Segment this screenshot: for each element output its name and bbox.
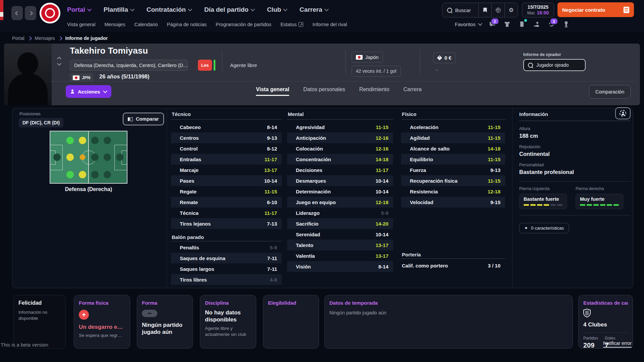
traits-button[interactable]: ✦ 0 características xyxy=(519,223,569,233)
breadcrumb-portal[interactable]: Portal xyxy=(12,36,24,41)
tab[interactable]: Rendimiento xyxy=(359,86,389,96)
breadcrumb-messages[interactable]: Mensajes xyxy=(35,36,55,41)
season-data-card[interactable]: Datos de temporada Ningún partido jugado… xyxy=(324,295,573,349)
attribute-row[interactable]: Determinación 10-14 xyxy=(287,186,393,197)
attribute-row[interactable]: Agilidad 11-15 xyxy=(401,132,505,143)
game-day-time: Mar. 16:00 xyxy=(522,10,554,15)
attribute-row[interactable]: Penaltis 5-9 xyxy=(171,242,282,253)
attribute-row[interactable]: Cabeceo 8-14 xyxy=(171,122,282,132)
global-search[interactable]: Buscar ⚙ xyxy=(442,3,518,17)
sub-nav-item[interactable]: Estatus xyxy=(280,22,303,27)
attribute-row[interactable]: Tiros lejanos 7-13 xyxy=(171,218,282,229)
main-nav-item[interactable]: Portal xyxy=(67,6,91,13)
scouted-player-search[interactable]: Jugador ojeado xyxy=(523,59,586,71)
game-clock[interactable]: 15/7/2025 Mar. 16:00 xyxy=(522,3,554,17)
attribute-row[interactable]: Recuperación física 11-15 xyxy=(401,175,505,186)
attribute-row[interactable]: Visión 8-14 xyxy=(287,261,393,272)
attribute-row[interactable]: Anticipación 12-16 xyxy=(287,132,393,143)
main-nav-item[interactable]: Club xyxy=(267,6,287,13)
sub-nav-item[interactable]: Mensajes xyxy=(104,22,125,27)
attribute-row[interactable]: Aceleración 11-15 xyxy=(401,122,505,132)
attribute-row[interactable]: Equilibrio 11-15 xyxy=(401,154,505,165)
attribute-row[interactable]: Resistencia 12-18 xyxy=(401,186,505,197)
attribute-row[interactable]: Centros 9-13 xyxy=(171,132,282,143)
world-button[interactable] xyxy=(492,3,504,17)
sub-nav-item[interactable]: Informe del rival xyxy=(312,22,347,27)
attribute-row[interactable]: Entradas 11-17 xyxy=(171,154,282,165)
transfers-shortcut[interactable]: 3 xyxy=(547,20,555,28)
strength-segment xyxy=(524,204,529,206)
strength-segment xyxy=(550,204,556,206)
form-card[interactable]: Forma Ningún partido jugado aún xyxy=(137,295,193,349)
international-record-chip[interactable]: 42 veces int. / 1 gol xyxy=(352,66,401,77)
attribute-row[interactable]: Decisiones 11-17 xyxy=(287,165,393,175)
sub-nav-item[interactable]: Vista general xyxy=(67,22,95,27)
squad-shortcut[interactable] xyxy=(503,20,511,28)
goalkeeping-header: Portería xyxy=(401,251,505,259)
fitness-card[interactable]: Forma física + Un desgarro e… Se espera … xyxy=(74,295,130,349)
compare-button[interactable]: Comparar xyxy=(123,113,164,125)
tab[interactable]: Datos personales xyxy=(303,86,345,96)
scout-report-button[interactable] xyxy=(615,107,631,119)
attribute-row[interactable]: Serenidad 10-14 xyxy=(287,229,393,240)
favorites-dropdown[interactable]: Favoritos xyxy=(455,21,482,27)
sub-nav-item[interactable]: Calendario xyxy=(134,22,158,27)
scouting-shortcut[interactable] xyxy=(533,20,541,28)
attribute-row[interactable]: Concentración 14-18 xyxy=(287,154,393,165)
sub-nav-item[interactable]: Página de noticias xyxy=(167,22,207,27)
actions-button[interactable]: Acciones xyxy=(66,85,111,98)
main-nav-item[interactable]: Día del partido xyxy=(204,6,254,13)
eligibility-card[interactable]: Elegibilidad xyxy=(263,295,319,349)
negotiate-contract-button[interactable]: Negociar contrato xyxy=(557,2,634,17)
attribute-row[interactable]: Fuerza 9-13 xyxy=(401,165,505,175)
tab[interactable]: Carrera xyxy=(404,86,422,96)
attribute-row[interactable]: Juego en equipo 12-18 xyxy=(287,197,393,207)
attribute-row[interactable]: Agresividad 11-15 xyxy=(287,122,393,132)
attribute-row[interactable]: Pases 10-14 xyxy=(171,175,282,186)
competitions-shortcut[interactable] xyxy=(562,20,570,28)
left-foot-chip: Bastante fuerte xyxy=(519,194,567,209)
player-cycle-buttons[interactable] xyxy=(58,56,61,65)
messages-shortcut[interactable]: 2 xyxy=(488,20,496,28)
national-team-chip[interactable]: Japón xyxy=(352,52,383,63)
tab[interactable]: Vista general xyxy=(256,86,289,96)
japan-flag-icon xyxy=(73,75,79,80)
transfer-value-chip[interactable]: 0 € xyxy=(433,52,456,63)
main-nav-item[interactable]: Carrera xyxy=(300,6,328,13)
main-nav-item[interactable]: Plantilla xyxy=(104,6,134,13)
attribute-row[interactable]: Talento 13-17 xyxy=(287,240,393,250)
back-button[interactable] xyxy=(11,6,23,20)
report-error-link[interactable]: Notificar error xyxy=(603,341,632,348)
discipline-card[interactable]: Disciplina No hay datos disponibles Agen… xyxy=(200,295,256,349)
attribute-row[interactable]: Saques de esquina 7-11 xyxy=(171,253,282,263)
attribute-row[interactable]: Control 8-12 xyxy=(171,143,282,154)
main-nav-item[interactable]: Contratación xyxy=(147,6,192,13)
bookmarks-button[interactable] xyxy=(479,3,491,17)
attribute-row[interactable]: Desmarques 10-14 xyxy=(287,175,393,186)
search-input[interactable]: Buscar xyxy=(442,7,478,13)
sub-nav-item[interactable]: Programación de partidos xyxy=(216,22,271,27)
club-crest[interactable] xyxy=(40,3,60,23)
attribute-row[interactable]: Técnica 11-17 xyxy=(171,207,282,218)
attribute-row[interactable]: Regate 11-15 xyxy=(171,186,282,197)
attribute-row[interactable]: Remate 6-10 xyxy=(171,197,282,207)
attribute-row[interactable]: Sacrificio 14-20 xyxy=(287,218,393,229)
happiness-card[interactable]: Felicidad Información no disponible xyxy=(13,295,66,349)
settings-button[interactable]: ⚙ xyxy=(505,3,518,17)
attribute-row[interactable]: Alcance de salto 14-18 xyxy=(401,143,505,154)
attribute-row[interactable]: Marcaje 13-17 xyxy=(171,165,282,175)
attribute-row[interactable]: Liderazgo 5-9 xyxy=(287,207,393,218)
main-nav: Portal Plantilla Contratación Día del pa… xyxy=(67,5,328,15)
contract-shortcut[interactable] xyxy=(518,20,526,28)
attribute-row[interactable]: Colocación 12-16 xyxy=(287,143,393,154)
attribute-row[interactable]: Saques largos 7-11 xyxy=(171,263,282,274)
player-tabs: Vista general Datos personales Rendimien… xyxy=(188,86,490,96)
forward-button[interactable] xyxy=(25,6,36,20)
attribute-row[interactable]: Valentía 13-17 xyxy=(287,250,393,261)
comparison-button[interactable]: Comparación xyxy=(589,85,631,99)
scout-report-label: Informe de ojeador xyxy=(523,52,561,57)
player-positions[interactable]: Defensa (Derecha, Izquierda, Centro), Ca… xyxy=(70,60,188,71)
divider xyxy=(222,51,222,72)
attribute-row[interactable]: Velocidad 9-15 xyxy=(401,197,505,207)
attribute-row[interactable]: Tiros libres 4-8 xyxy=(171,274,282,285)
